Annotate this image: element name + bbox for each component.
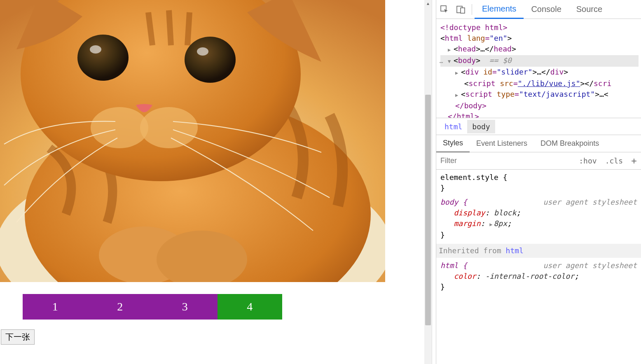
slider-indicator-1[interactable]: 1: [23, 294, 88, 320]
slider-indicators: 1 2 3 4: [23, 294, 282, 320]
svg-point-7: [77, 35, 129, 81]
new-style-rule-icon[interactable]: +: [627, 155, 641, 167]
devtools-toolbar: Elements Console Source: [436, 0, 641, 19]
styles-pane[interactable]: element.style { } user agent stylesheet …: [436, 170, 641, 364]
styles-filter-row: :hov .cls +: [436, 152, 641, 170]
cat-illustration: [0, 0, 385, 282]
svg-point-11: [91, 107, 148, 148]
slider-indicator-4[interactable]: 4: [218, 294, 283, 320]
tab-styles[interactable]: Styles: [436, 135, 470, 152]
svg-point-8: [90, 45, 101, 54]
dom-selected-body[interactable]: ⋯▼<body> == $0: [440, 55, 639, 67]
cls-toggle[interactable]: .cls: [601, 156, 627, 165]
svg-point-12: [140, 107, 198, 148]
scroll-up-arrow[interactable]: ▲: [424, 0, 432, 7]
svg-point-9: [185, 37, 236, 83]
page-viewport: 1 2 3 4 下一张: [0, 0, 424, 364]
viewport-scrollbar-thumb[interactable]: [425, 95, 431, 325]
tab-dom-breakpoints[interactable]: DOM Breakpoints: [534, 135, 606, 152]
slider-indicator-3[interactable]: 3: [152, 294, 218, 320]
crumb-html[interactable]: html: [440, 120, 467, 133]
styles-tabs: Styles Event Listeners DOM Breakpoints: [436, 135, 641, 152]
dom-tree[interactable]: <!doctype html> <html lang="en"> ▶<head>…: [436, 19, 641, 118]
hov-toggle[interactable]: :hov: [575, 156, 601, 165]
slider-indicator-2[interactable]: 2: [88, 294, 153, 320]
device-toggle-icon[interactable]: [453, 0, 469, 19]
crumb-body[interactable]: body: [467, 120, 495, 133]
tab-event-listeners[interactable]: Event Listeners: [470, 135, 534, 152]
inspect-icon[interactable]: [436, 0, 453, 19]
breadcrumb: html body: [436, 118, 641, 135]
tab-sources[interactable]: Source: [569, 0, 610, 19]
slider-image: [0, 0, 385, 282]
tab-console[interactable]: Console: [524, 0, 568, 19]
devtools-panel: Elements Console Source <!doctype html> …: [436, 0, 641, 364]
next-button[interactable]: 下一张: [1, 329, 35, 345]
svg-rect-15: [461, 8, 465, 13]
svg-point-10: [197, 47, 208, 56]
styles-filter-input[interactable]: [436, 153, 575, 169]
tab-elements[interactable]: Elements: [475, 0, 524, 19]
